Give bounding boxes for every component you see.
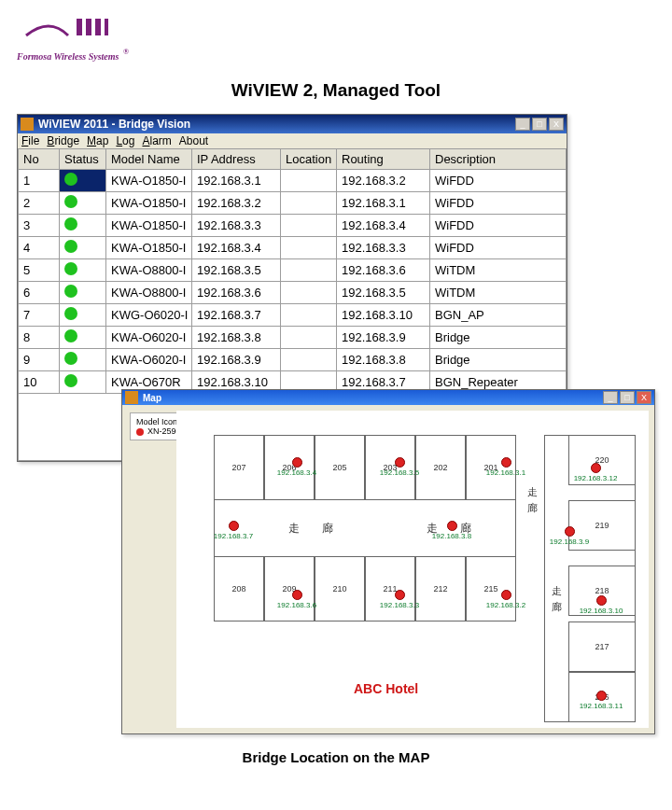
bridge-node[interactable]: 192.168.3.9 (544, 526, 595, 546)
menubar: File Bridge Map Log Alarm About (18, 133, 567, 148)
table-row[interactable]: 3KWA-O1850-I192.168.3.3192.168.3.4WiFDD (19, 215, 567, 237)
table-row[interactable]: 7KWG-O6020-I192.168.3.7192.168.3.10BGN_A… (19, 304, 567, 327)
cell-desc: Bridge (430, 327, 567, 349)
map-window-title: Map (143, 393, 161, 403)
cell-no: 8 (19, 327, 60, 349)
app-icon (21, 118, 34, 131)
table-row[interactable]: 1KWA-O1850-I192.168.3.1192.168.3.2WiFDD (19, 170, 567, 192)
cell-desc: WiFDD (430, 237, 567, 259)
cell-desc: Bridge (430, 349, 567, 371)
cell-location (281, 259, 337, 282)
map-minimize-button[interactable]: _ (603, 391, 618, 404)
col-desc[interactable]: Description (430, 149, 567, 170)
logo-waves-icon (17, 15, 119, 43)
bridge-node[interactable]: 192.168.3.7 (208, 521, 259, 540)
bridge-node[interactable]: 192.168.3.12 (570, 463, 621, 482)
col-location[interactable]: Location (281, 149, 337, 170)
table-row[interactable]: 9KWA-O6020-I192.168.3.9192.168.3.8Bridge (19, 349, 567, 371)
status-dot-icon (64, 173, 77, 186)
cell-status (60, 304, 106, 327)
bridge-node[interactable]: 192.168.3.2 (481, 590, 531, 609)
registered-icon: ® (123, 48, 129, 56)
menu-bridge[interactable]: Bridge (47, 134, 79, 147)
cell-routing: 192.168.3.1 (337, 192, 430, 215)
col-routing[interactable]: Routing (337, 149, 430, 170)
cell-no: 7 (19, 304, 60, 327)
bridge-node[interactable]: 192.168.3.11 (576, 691, 626, 710)
cell-model: KWG-O6020-I (106, 304, 192, 327)
cell-model: KWA-O6020-I (106, 349, 192, 371)
cell-routing: 192.168.3.6 (337, 259, 430, 282)
menu-file[interactable]: File (21, 134, 39, 147)
status-dot-icon (64, 285, 77, 298)
cell-status (60, 237, 106, 259)
cell-desc: WiFDD (430, 170, 567, 192)
cell-ip: 192.168.3.8 (192, 327, 281, 349)
maximize-button[interactable]: □ (532, 118, 547, 131)
cell-routing: 192.168.3.2 (337, 170, 430, 192)
bridge-node[interactable]: 192.168.3.5 (374, 457, 425, 477)
corridor-label: 走 廊 (550, 577, 564, 595)
menu-map[interactable]: Map (87, 134, 108, 147)
cell-no: 6 (19, 282, 60, 304)
cell-model: KWA-O1850-I (106, 215, 192, 237)
status-dot-icon (64, 374, 77, 387)
cell-ip: 192.168.3.1 (192, 170, 281, 192)
close-button[interactable]: X (549, 118, 564, 131)
cell-desc: WiFDD (430, 192, 567, 215)
window-title: WiVIEW 2011 - Bridge Vision (38, 118, 190, 131)
cell-location (281, 192, 337, 215)
cell-no: 2 (19, 192, 60, 215)
svg-rect-1 (86, 19, 91, 35)
cell-desc: WiTDM (430, 282, 567, 304)
cell-no: 5 (19, 259, 60, 282)
cell-routing: 192.168.3.8 (337, 349, 430, 371)
menu-alarm[interactable]: Alarm (142, 134, 171, 147)
cell-status (60, 327, 106, 349)
table-row[interactable]: 6KWA-O8800-I192.168.3.6192.168.3.5WiTDM (19, 282, 567, 304)
status-dot-icon (64, 307, 77, 320)
minimize-button[interactable]: _ (515, 118, 530, 131)
cell-model: KWA-O6020-I (106, 327, 192, 349)
col-model[interactable]: Model Name (106, 149, 192, 170)
col-ip[interactable]: IP Address (192, 149, 281, 170)
status-dot-icon (64, 329, 77, 342)
cell-routing: 192.168.3.3 (337, 237, 430, 259)
menu-about[interactable]: About (179, 134, 208, 147)
cell-no: 10 (19, 371, 60, 394)
cell-status (60, 371, 106, 394)
cell-model: KWA-O8800-I (106, 259, 192, 282)
cell-model: KWA-O1850-I (106, 192, 192, 215)
map-close-button[interactable]: X (637, 391, 651, 404)
table-row[interactable]: 5KWA-O8800-I192.168.3.5192.168.3.6WiTDM (19, 259, 567, 282)
table-row[interactable]: 4KWA-O1850-I192.168.3.4192.168.3.3WiFDD (19, 237, 567, 259)
col-no[interactable]: No (19, 149, 60, 170)
cell-routing: 192.168.3.9 (337, 327, 430, 349)
cell-location (281, 327, 337, 349)
bridge-node[interactable]: 192.168.3.10 (576, 595, 626, 615)
cell-model: KWA-O1850-I (106, 170, 192, 192)
bridge-node[interactable]: 192.168.3.3 (374, 590, 425, 609)
titlebar[interactable]: WiVIEW 2011 - Bridge Vision _ □ X (18, 115, 567, 133)
col-status[interactable]: Status (60, 149, 106, 170)
bridge-node[interactable]: 192.168.3.6 (272, 590, 322, 609)
table-row[interactable]: 8KWA-O6020-I192.168.3.8192.168.3.9Bridge (19, 327, 567, 349)
cell-model: KWA-O1850-I (106, 237, 192, 259)
svg-rect-3 (105, 19, 108, 35)
cell-ip: 192.168.3.9 (192, 349, 281, 371)
bridge-node[interactable]: 192.168.3.4 (272, 457, 322, 477)
page-subtitle: Bridge Location on the MAP (9, 749, 663, 765)
menu-log[interactable]: Log (116, 134, 134, 147)
map-titlebar[interactable]: Map _ □ X (122, 390, 654, 405)
bridge-node[interactable]: 192.168.3.8 (427, 521, 477, 540)
bridge-node[interactable]: 192.168.3.1 (481, 457, 531, 477)
cell-location (281, 349, 337, 371)
cell-ip: 192.168.3.5 (192, 259, 281, 282)
cell-desc: WiTDM (430, 259, 567, 282)
table-row[interactable]: 2KWA-O1850-I192.168.3.2192.168.3.1WiFDD (19, 192, 567, 215)
cell-no: 1 (19, 170, 60, 192)
cell-status (60, 215, 106, 237)
cell-status (60, 259, 106, 282)
floor-plan[interactable]: ABC Hotel 207206205203202201208209210211… (176, 411, 649, 728)
map-maximize-button[interactable]: □ (620, 391, 635, 404)
